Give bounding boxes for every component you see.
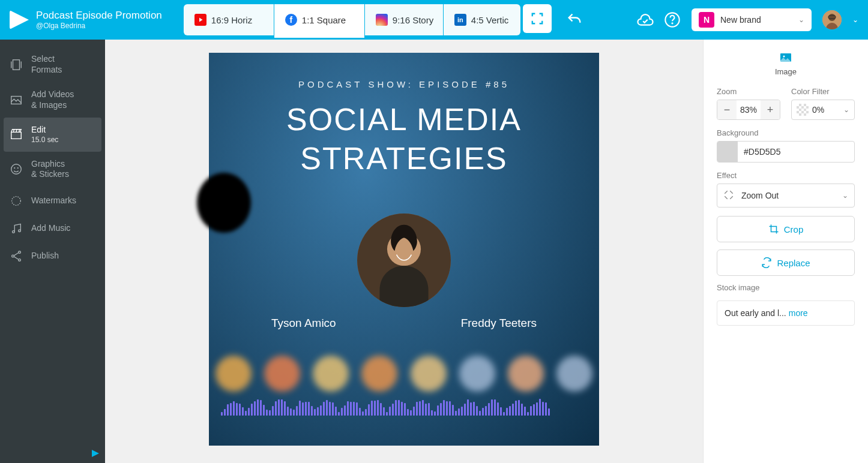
brand-selector[interactable]: N New brand ⌄ <box>692 8 812 31</box>
formats-icon <box>10 58 23 71</box>
svg-point-10 <box>12 196 21 205</box>
tab-label: 1:1 Square <box>302 15 346 25</box>
svg-point-13 <box>19 251 21 253</box>
background-color-input[interactable]: #D5D5D5 <box>717 141 855 163</box>
color-filter-select[interactable]: 0% ⌄ <box>791 100 855 120</box>
panel-header: Image <box>717 50 855 76</box>
sidebar-item-watermarks[interactable]: Watermarks <box>0 187 105 215</box>
sidebar-item-music[interactable]: Add Music <box>0 215 105 242</box>
facebook-icon: f <box>285 14 297 26</box>
help-icon[interactable] <box>664 11 681 28</box>
project-title-block: Podcast Episode Promotion @Olga Bedrina <box>36 10 162 30</box>
zoom-decrement-button[interactable]: − <box>717 100 737 119</box>
filter-label: Color Filter <box>791 87 855 96</box>
svg-point-1 <box>672 23 672 23</box>
replace-button-label: Replace <box>777 258 810 268</box>
chevron-down-icon: ⌄ <box>842 191 848 200</box>
guest1-name[interactable]: Tyson Amico <box>271 317 336 330</box>
tab-9-16[interactable]: 9:16 Story <box>365 4 443 35</box>
bg-swatch <box>717 142 738 162</box>
sidebar-item-media[interactable]: Add Videos& Images <box>0 82 105 118</box>
zoom-increment-button[interactable]: + <box>761 100 780 119</box>
filter-value: 0% <box>812 105 840 115</box>
youtube-icon <box>194 14 206 26</box>
svg-rect-5 <box>13 59 20 70</box>
guest-photo[interactable] <box>357 214 451 307</box>
image-icon <box>779 50 793 65</box>
panel-title: Image <box>717 67 855 76</box>
crop-button-label: Crop <box>784 224 804 234</box>
chevron-down-icon: ⌄ <box>843 106 849 114</box>
canvas-eyebrow[interactable]: PODCAST SHOW: EPISODE #85 <box>209 79 599 89</box>
svg-point-19 <box>783 56 785 58</box>
zoom-value[interactable]: 83% <box>737 100 761 119</box>
tab-1-1[interactable]: f 1:1 Square <box>274 4 364 35</box>
svg-point-9 <box>17 168 18 169</box>
share-icon <box>10 249 23 263</box>
svg-point-3 <box>828 14 836 21</box>
project-title: Podcast Episode Promotion <box>36 10 162 22</box>
effect-select[interactable]: Zoom Out ⌄ <box>717 184 855 208</box>
top-right-actions: N New brand ⌄ ⌄ <box>636 8 858 31</box>
stock-description: Out early and l... <box>725 308 786 318</box>
format-tabs: 16:9 Horiz f 1:1 Square 9:16 Story in 4:… <box>184 4 552 35</box>
transparent-swatch-icon <box>797 104 809 116</box>
sidebar-item-formats[interactable]: SelectFormats <box>0 47 105 82</box>
project-author: @Olga Bedrina <box>36 22 162 30</box>
bg-value: #D5D5D5 <box>738 147 786 157</box>
user-menu-chevron-icon[interactable]: ⌄ <box>852 16 858 24</box>
svg-point-14 <box>12 255 14 257</box>
sidebar: SelectFormats Add Videos& Images Edit15.… <box>0 40 105 463</box>
top-bar: Podcast Episode Promotion @Olga Bedrina … <box>0 0 868 40</box>
tab-label: 4:5 Vertic <box>471 15 509 25</box>
tab-16-9[interactable]: 16:9 Horiz <box>184 4 274 35</box>
stock-image-info: Out early and l... more <box>717 300 855 326</box>
tab-label: 16:9 Horiz <box>211 15 252 25</box>
background-label: Background <box>717 128 855 137</box>
canvas-headline[interactable]: SOCIAL MEDIASTRATEGIES <box>209 100 599 178</box>
preview-canvas[interactable]: PODCAST SHOW: EPISODE #85 SOCIAL MEDIAST… <box>209 53 599 446</box>
guest2-name[interactable]: Freddy Teeters <box>461 317 537 330</box>
zoom-label: Zoom <box>717 87 780 96</box>
canvas-area[interactable]: PODCAST SHOW: EPISODE #85 SOCIAL MEDIAST… <box>105 40 703 463</box>
cloud-sync-icon[interactable] <box>636 11 653 28</box>
stock-more-link[interactable]: more <box>789 308 808 318</box>
effect-value: Zoom Out <box>741 191 836 200</box>
user-avatar[interactable] <box>822 10 842 29</box>
svg-point-7 <box>11 164 22 175</box>
audio-waveform <box>221 398 587 416</box>
gear-icon <box>10 194 23 208</box>
linkedin-icon: in <box>454 14 466 26</box>
brand-name: New brand <box>720 15 792 25</box>
tab-4-5[interactable]: in 4:5 Vertic <box>444 4 520 35</box>
crop-button[interactable]: Crop <box>717 216 855 242</box>
fullscreen-button[interactable] <box>523 4 552 33</box>
undo-button[interactable] <box>566 11 583 28</box>
sidebar-sublabel: 15.0 sec <box>31 136 58 145</box>
sidebar-item-edit[interactable]: Edit15.0 sec <box>4 118 101 152</box>
music-icon <box>10 222 23 235</box>
svg-point-8 <box>14 168 15 169</box>
properties-panel: Image Zoom − 83% + Color Filter 0% ⌄ <box>703 40 868 463</box>
zoom-stepper: − 83% + <box>717 100 780 120</box>
sidebar-sublabel: & Stickers <box>31 169 69 180</box>
app-logo-icon[interactable] <box>10 10 29 29</box>
svg-point-15 <box>19 258 21 261</box>
smiley-icon <box>10 163 23 176</box>
media-icon <box>10 94 23 107</box>
chevron-down-icon: ⌄ <box>798 16 804 24</box>
clapperboard-icon <box>10 128 23 141</box>
sidebar-label: Add Videos <box>31 89 74 100</box>
sidebar-item-publish[interactable]: Publish <box>0 242 105 270</box>
sidebar-label: Graphics <box>31 159 69 170</box>
sidebar-sublabel: & Images <box>31 100 74 111</box>
sidebar-label: Publish <box>31 251 59 261</box>
stock-image-label: Stock image <box>717 283 855 292</box>
sidebar-sublabel: Formats <box>31 65 62 76</box>
brand-badge: N <box>699 12 714 28</box>
sidebar-item-graphics[interactable]: Graphics& Stickers <box>0 152 105 187</box>
svg-point-12 <box>19 229 21 232</box>
mini-play-icon[interactable] <box>92 450 99 457</box>
replace-button[interactable]: Replace <box>717 249 855 276</box>
zoom-out-icon <box>723 190 735 202</box>
